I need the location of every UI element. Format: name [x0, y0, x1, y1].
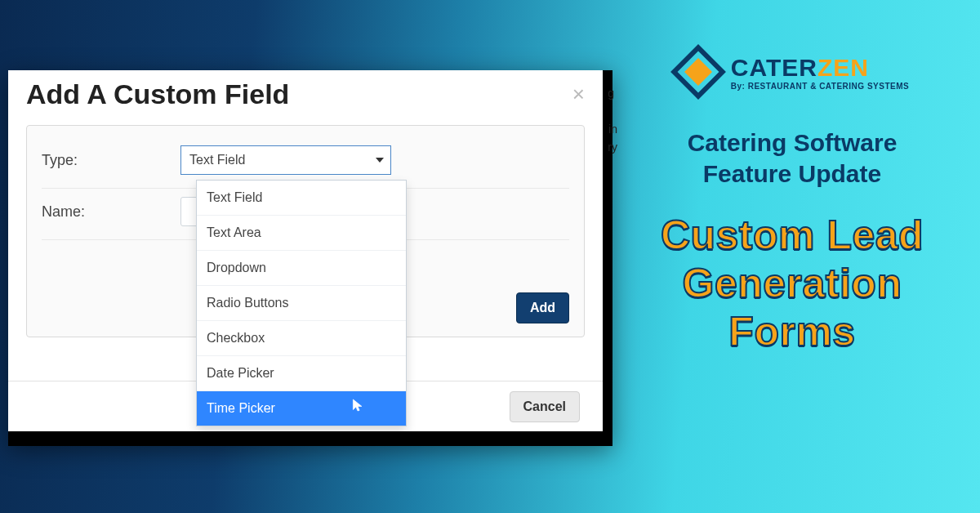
headline-line-2: Generation: [637, 260, 947, 308]
type-select-value: Text Field: [189, 153, 245, 167]
subhead-line-2: Feature Update: [637, 158, 947, 190]
promo-column: CATERZEN By: RESTAURANT & CATERING SYSTE…: [637, 49, 947, 356]
bg-text-fragment: ry: [608, 141, 617, 154]
subhead-line-1: Catering Software: [637, 127, 947, 158]
close-icon[interactable]: ×: [572, 82, 585, 107]
brand-text: CATERZEN By: RESTAURANT & CATERING SYSTE…: [731, 54, 909, 91]
brand-name-b: ZEN: [817, 54, 869, 81]
feature-banner: CATERZEN By: RESTAURANT & CATERING SYSTE…: [0, 0, 980, 513]
dropdown-option[interactable]: Time Picker: [197, 391, 406, 426]
cancel-button[interactable]: Cancel: [510, 391, 580, 422]
modal-header: Add A Custom Field ×: [8, 70, 603, 125]
bg-text-fragment: in: [608, 123, 617, 136]
dropdown-option[interactable]: Text Field: [197, 181, 406, 216]
brand-logo: CATERZEN By: RESTAURANT & CATERING SYSTE…: [637, 49, 947, 95]
type-select[interactable]: Text Field: [180, 145, 391, 175]
headline-line-1: Custom Lead: [637, 212, 947, 260]
dropdown-option[interactable]: Radio Buttons: [197, 286, 406, 321]
modal-title: Add A Custom Field: [26, 78, 289, 110]
diamond-icon: [666, 39, 730, 104]
type-dropdown-list[interactable]: Text FieldText AreaDropdownRadio Buttons…: [196, 180, 407, 426]
cursor-icon: [352, 398, 363, 413]
headline-line-3: Forms: [637, 308, 947, 356]
modal-dialog: Add A Custom Field × Type: Text Field Na…: [8, 70, 603, 431]
chevron-down-icon: [376, 158, 384, 163]
screenshot-frame: g in ry Add A Custom Field × Type: Text …: [8, 70, 612, 446]
add-button[interactable]: Add: [516, 292, 569, 323]
promo-headline: Custom Lead Generation Forms: [637, 212, 947, 356]
dropdown-option[interactable]: Dropdown: [197, 251, 406, 286]
bg-text-fragment: g: [608, 87, 614, 100]
dropdown-option[interactable]: Text Area: [197, 216, 406, 251]
brand-tagline: By: RESTAURANT & CATERING SYSTEMS: [731, 82, 909, 91]
type-label: Type:: [42, 152, 180, 169]
dropdown-option[interactable]: Date Picker: [197, 356, 406, 391]
name-label: Name:: [42, 203, 180, 221]
dropdown-option[interactable]: Checkbox: [197, 321, 406, 356]
brand-name-a: CATER: [731, 54, 817, 81]
promo-subhead: Catering Software Feature Update: [637, 127, 947, 189]
